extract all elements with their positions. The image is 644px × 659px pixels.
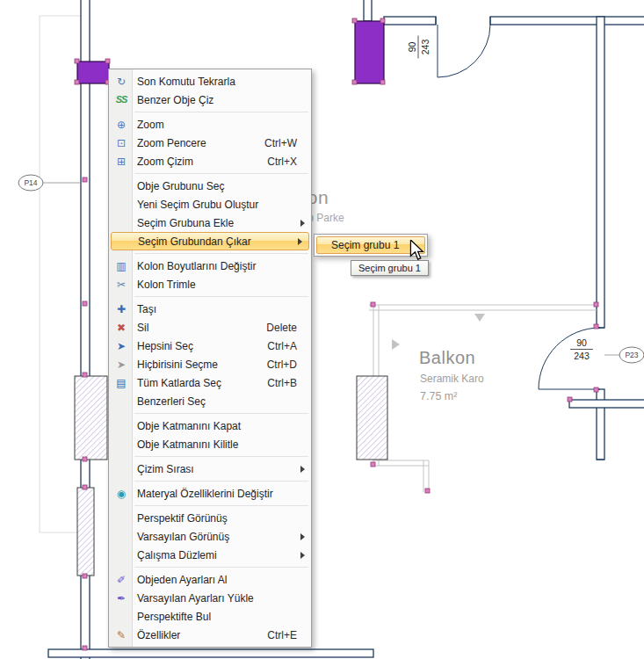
door-dimension-top[interactable]: 90 243 — [407, 25, 431, 69]
menu-item-label: Objeden Ayarları Al — [131, 574, 311, 586]
wall-top-stub[interactable] — [364, 0, 372, 21]
menu-item-obje-katmanini-kapat[interactable]: Obje Katmanını Kapat — [109, 416, 311, 435]
menu-item-varsayilan-ayarlari-yukle[interactable]: ✒Varsayılan Ayarları Yükle — [109, 589, 311, 607]
door-dimension-right[interactable]: 90 243 — [567, 337, 597, 361]
menu-item-varsayilan-gorunus[interactable]: Varsayılan Görünüş — [109, 527, 311, 546]
menu-item-hepsini-sec[interactable]: ➤Hepsini SeçCtrl+A — [109, 337, 311, 355]
wall-right-upper[interactable] — [597, 17, 604, 328]
column-hatched-mid[interactable] — [357, 376, 387, 460]
menu-item-secim-grubuna-ekle[interactable]: Seçim Grubuna Ekle — [109, 214, 311, 232]
menu-item-label: Çizim Sırası — [131, 463, 311, 475]
submenu-arrow-icon — [300, 533, 305, 540]
menu-item-secim-grubundan-cikar[interactable]: Seçim Grubundan Çıkar — [111, 232, 309, 250]
menu-item-label: Obje Grubunu Seç — [131, 180, 311, 192]
menu-item-hicbirisini-secme[interactable]: ➤Hiçbirisini SeçmeCtrl+D — [109, 355, 311, 373]
menu-separator — [134, 173, 308, 174]
menu-separator — [134, 567, 308, 568]
menu-item-benzerleri-sec[interactable]: Benzerleri Seç — [109, 392, 311, 410]
submenu-item-label: Seçim grubu 1 — [331, 239, 399, 251]
wall-top-b[interactable] — [490, 17, 644, 25]
menu-item-label: Seçim Grubuna Ekle — [131, 217, 311, 229]
menu-item-yeni-secim-grubu-olustur[interactable]: Yeni Seçim Grubu Oluştur — [109, 195, 311, 214]
menu-item-tum-katlarda-sec[interactable]: ▤Tüm Katlarda SeçCtrl+B — [109, 373, 311, 392]
room-floor-balkon[interactable]: Seramik Karo — [420, 373, 484, 385]
zoom-drawing-icon: ⊞ — [112, 156, 131, 167]
submenu-arrow-icon — [300, 466, 305, 473]
delete-icon: ✖ — [112, 322, 131, 333]
menu-item-label: Benzer Obje Çiz — [131, 94, 311, 106]
menu-item-label: Materyal Özelliklerini Değiştir — [131, 488, 311, 500]
menu-item-ozellikler[interactable]: ✎ÖzelliklerCtrl+E — [109, 626, 311, 644]
menu-item-label: Sil — [131, 322, 266, 334]
room-label-balkon[interactable]: Balkon — [419, 348, 475, 368]
move-icon: ✚ — [112, 304, 131, 315]
app-canvas[interactable]: Salon Ahşap Parke Balkon Seramik Karo 7.… — [0, 0, 644, 659]
room-area-balkon[interactable]: 7.75 m² — [420, 390, 457, 402]
menu-item-materyal-ozelliklerini-degistir[interactable]: ◉Materyal Özelliklerini Değiştir — [109, 484, 311, 503]
mouse-cursor-icon — [409, 240, 425, 261]
menu-separator — [134, 112, 308, 112]
menu-item-shortcut: Ctrl+B — [267, 377, 297, 389]
column-size-icon: ▥ — [112, 261, 131, 272]
menu-item-calisma-duzlemi[interactable]: Çalışma Düzlemi — [109, 546, 311, 564]
menu-item-benzer-obje-ciz[interactable]: SSBenzer Obje Çiz — [109, 91, 311, 109]
menu-item-label: Zoom — [131, 119, 311, 131]
doors[interactable] — [436, 17, 604, 460]
menu-item-label: Varsayılan Görünüş — [131, 531, 311, 543]
repeat-icon: ↻ — [112, 76, 131, 87]
column-selected-top[interactable] — [355, 21, 384, 83]
menu-separator — [134, 296, 308, 297]
menu-item-perspektif-gorunus[interactable]: Perspektif Görünüş — [109, 509, 311, 527]
menu-item-zoom[interactable]: ⊕Zoom — [109, 115, 311, 134]
zoom-icon: ⊕ — [112, 119, 131, 130]
column-hatched-left[interactable] — [75, 376, 107, 460]
menu-item-perspektifte-bul[interactable]: Perspektifte Bul — [109, 607, 311, 626]
menu-separator — [134, 413, 308, 414]
menu-item-shortcut: Delete — [266, 322, 297, 334]
menu-item-label: Yeni Seçim Grubu Oluştur — [131, 199, 311, 211]
submenu-arrow-icon — [298, 238, 302, 245]
wall-bottom[interactable] — [48, 649, 373, 657]
menu-item-zoom-pencere[interactable]: ⊡Zoom PencereCtrl+W — [109, 134, 311, 152]
door-tag-p14[interactable]: P14 — [18, 178, 43, 187]
menu-item-sil[interactable]: ✖SilDelete — [109, 318, 311, 337]
wall-top-a[interactable] — [384, 17, 436, 25]
submenu-arrow-icon — [300, 552, 305, 559]
wall-bottom-right[interactable] — [569, 400, 644, 408]
dim-width: 90 — [576, 337, 587, 348]
select-floors-icon: ▤ — [112, 378, 131, 388]
menu-item-cizim-sirasi[interactable]: Çizim Sırası — [109, 460, 311, 478]
context-menu: ↻Son Komutu TekrarlaSSBenzer Obje Çiz⊕Zo… — [108, 69, 312, 648]
fraction-line — [418, 36, 419, 59]
balcony-walls[interactable] — [369, 305, 597, 492]
menu-item-label: Hepsini Seç — [131, 340, 267, 352]
menu-item-obje-grubunu-sec[interactable]: Obje Grubunu Seç — [109, 177, 311, 195]
menu-item-zoom-cizim[interactable]: ⊞Zoom ÇizimCtrl+X — [109, 152, 311, 170]
menu-item-label: Zoom Pencere — [131, 137, 264, 149]
tooltip: Seçim grubu 1 — [351, 260, 429, 276]
menu-item-kolon-trimle[interactable]: ✂Kolon Trimle — [109, 275, 311, 293]
menu-separator — [134, 505, 308, 506]
fraction-line — [570, 349, 593, 350]
wall-direction-arrows — [392, 314, 485, 350]
floor-plan-canvas[interactable] — [0, 0, 644, 659]
menu-item-shortcut: Ctrl+A — [267, 340, 297, 352]
menu-item-label: Tüm Katlarda Seç — [131, 377, 267, 389]
properties-icon: ✎ — [112, 630, 131, 641]
door-tag-p23[interactable]: P23 — [619, 351, 644, 359]
select-none-icon: ➤ — [112, 359, 131, 370]
menu-item-label: Özellikler — [131, 629, 267, 641]
column-hatched-left-2[interactable] — [77, 488, 94, 576]
menu-item-tasi[interactable]: ✚Taşı — [109, 300, 311, 318]
menu-item-objeden-ayarlari-al[interactable]: ✐Objeden Ayarları Al — [109, 570, 311, 589]
menu-item-label: Hiçbirisini Seçme — [131, 358, 267, 371]
submenu-arrow-icon — [300, 220, 305, 227]
menu-item-shortcut: Ctrl+X — [267, 156, 297, 168]
menu-item-son-komutu-tekrarla[interactable]: ↻Son Komutu Tekrarla — [109, 72, 311, 91]
menu-item-kolon-boyutlarini-degistir[interactable]: ▥Kolon Boyutlarını Değiştir — [109, 257, 311, 275]
menu-item-obje-katmanini-kilitle[interactable]: Obje Katmanını Kilitle — [109, 435, 311, 453]
draw-similar-icon: SS — [112, 95, 131, 105]
door-arc-top[interactable] — [438, 25, 490, 77]
dim-width: 90 — [407, 42, 417, 53]
column-selected-left[interactable] — [77, 62, 109, 83]
